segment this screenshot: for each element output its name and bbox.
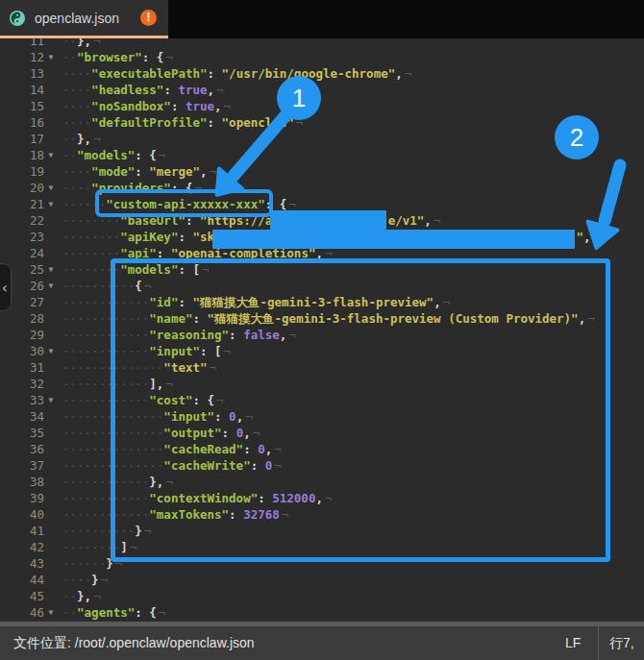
code-line[interactable]: 31··············"text"¬ [0,359,644,376]
code-line[interactable]: 33▼············"cost": {¬ [0,392,644,408]
code-line[interactable]: 23········"apiKey": "sk ",¬ [0,229,644,245]
statusbar-divider [598,626,599,660]
fold-gutter [44,555,58,572]
code-text: ··········}¬ [58,523,151,539]
code-text: ····}¬ [58,572,108,588]
fold-gutter [44,294,58,310]
code-line[interactable]: 19····"mode": "merge",¬ [0,163,644,180]
fold-arrow-icon[interactable]: ▼ [44,278,58,294]
code-line[interactable]: 32············],¬ [0,376,644,392]
fold-gutter [44,245,58,261]
fold-gutter [44,229,58,245]
code-text: ············"maxTokens": 32768¬ [58,506,288,523]
code-line[interactable]: 42········]¬ [0,539,644,555]
code-line[interactable]: 14····"headless": true,¬ [0,82,644,98]
code-line[interactable]: 38············},¬ [0,474,644,490]
code-line[interactable]: 22········"baseUrl": "https://a e/v1",¬ [0,212,644,229]
line-number: 18 [0,147,44,163]
line-number: 15 [0,98,44,114]
code-line[interactable]: 46▼··"agents": {¬ [0,604,644,621]
code-line[interactable]: 35··············"output": 0,¬ [0,425,644,441]
code-line[interactable]: 20▼····"providers": {¬ [0,180,644,196]
code-line[interactable]: 27············"id": "猫猫摸大鱼-gemini-3-flas… [0,294,644,310]
fold-gutter [44,539,58,555]
fold-arrow-icon[interactable]: ▼ [44,180,58,196]
fold-gutter [44,82,58,98]
code-text: ····"mode": "merge",¬ [58,163,216,180]
code-line[interactable]: 25▼········"models": [¬ [0,261,644,278]
fold-gutter [44,506,58,523]
line-number: 22 [0,212,44,229]
code-line[interactable]: 44····}¬ [0,572,644,588]
fold-arrow-icon[interactable]: ▼ [44,147,58,163]
code-line[interactable]: 45··},¬ [0,588,644,604]
fold-gutter [44,376,58,392]
code-line[interactable]: 43······}¬ [0,555,644,572]
tab-bar: openclaw.json ! [0,0,644,38]
code-line[interactable]: 30▼············"input": [¬ [0,343,644,359]
code-line[interactable]: 28············"name": "猫猫摸大鱼-gemini-3-fl… [0,310,644,327]
line-number: 41 [0,523,44,539]
code-text: ··"browser": {¬ [58,49,173,65]
fold-gutter [44,163,58,180]
fold-gutter [44,474,58,490]
line-number: 21 [0,196,44,212]
code-text: ····"headless": true,¬ [58,82,224,98]
fold-gutter [44,65,58,82]
code-line[interactable]: 37··············"cacheWrite": 0¬ [0,457,644,474]
line-number: 14 [0,82,44,98]
line-number: 37 [0,457,44,474]
code-line[interactable]: 34··············"input": 0,¬ [0,408,644,425]
code-text: ··············"text"¬ [58,359,216,376]
code-line[interactable]: 18▼··"models": {¬ [0,147,644,163]
eol-mode-indicator[interactable]: LF [565,626,581,660]
annotation-badge-2: 2 [555,115,599,159]
code-line[interactable]: 36··············"cacheRead": 0,¬ [0,441,644,457]
line-number: 29 [0,327,44,343]
fold-gutter [44,327,58,343]
fold-arrow-icon[interactable]: ▼ [44,343,58,359]
fold-arrow-icon[interactable]: ▼ [44,604,58,621]
code-line[interactable]: 11··},¬ [0,38,644,49]
line-number: 17 [0,131,44,147]
line-number: 39 [0,490,44,506]
fold-gutter [44,523,58,539]
code-line[interactable]: 29············"reasoning": false,¬ [0,327,644,343]
code-line[interactable]: 40············"maxTokens": 32768¬ [0,506,644,523]
status-bar: 文件位置: /root/.openclaw/openclaw.json LF 行… [0,626,644,660]
line-number: 35 [0,425,44,441]
code-line[interactable]: 39············"contextWindow": 512000,¬ [0,490,644,506]
code-text: ··},¬ [58,131,101,147]
tab-openclaw-json[interactable]: openclaw.json ! [0,0,168,38]
code-line[interactable]: 26▼··········{¬ [0,278,644,294]
code-line[interactable]: 12▼··"browser": {¬ [0,49,644,65]
line-number: 31 [0,359,44,376]
code-line[interactable]: 13····"executablePath": "/usr/bin/google… [0,65,644,82]
fold-arrow-icon[interactable]: ▼ [44,49,58,65]
line-number: 43 [0,555,44,572]
fold-arrow-icon[interactable]: ▼ [44,261,58,278]
code-text: ··},¬ [58,588,101,604]
code-line[interactable]: 15····"noSandbox": true,¬ [0,98,644,114]
code-line[interactable]: 17··},¬ [0,131,644,147]
code-line[interactable]: 16····"defaultProfile": "openclaw"¬ [0,114,644,131]
code-line[interactable]: 21▼······"custom-api-xxxxx-xxx": {¬ [0,196,644,212]
fold-arrow-icon[interactable]: ▼ [44,196,58,212]
code-text: ······}¬ [58,555,122,572]
code-text: ············},¬ [58,474,173,490]
line-number: 12 [0,49,44,65]
line-number: 24 [0,245,44,261]
code-line[interactable]: 41··········}¬ [0,523,644,539]
line-number: 46 [0,604,44,621]
line-number: 36 [0,441,44,457]
sidebar-collapse-handle[interactable]: ‹ [0,263,12,311]
code-editor[interactable]: 11··},¬12▼··"browser": {¬13····"executab… [0,38,644,622]
code-line[interactable]: 24········"api": "openai-completions",¬ [0,245,644,261]
code-text: ············"name": "猫猫摸大鱼-gemini-3-flas… [58,310,595,327]
editor-window: openclaw.json ! 11··},¬12▼··"browser": {… [0,0,644,660]
fold-arrow-icon[interactable]: ▼ [44,392,58,408]
line-number: 42 [0,539,44,555]
code-text: ······"custom-api-xxxxx-xxx": {¬ [58,196,296,212]
line-number: 33 [0,392,44,408]
unsaved-changes-icon[interactable]: ! [140,10,157,26]
